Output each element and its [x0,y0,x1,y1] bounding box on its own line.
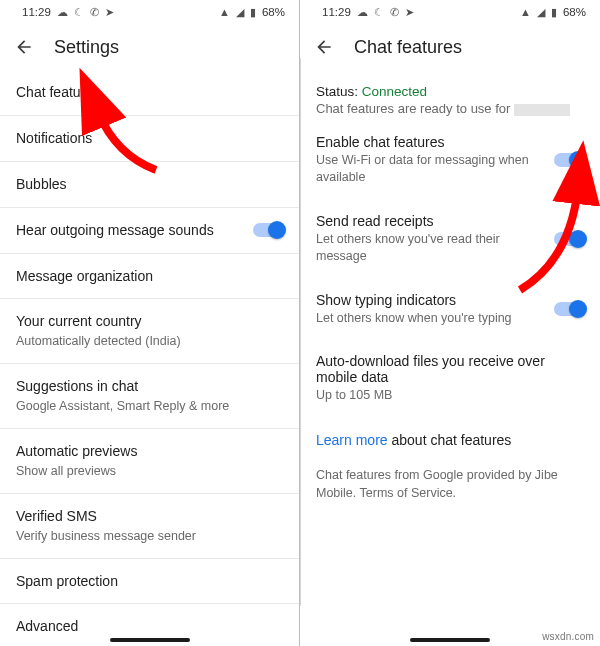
row-title: Verified SMS [16,507,196,526]
phone-icon: ✆ [390,7,399,18]
row-title: Auto-download files you receive over mob… [316,353,584,385]
row-subtitle: Use Wi-Fi or data for messaging when ava… [316,152,542,186]
row-title: Notifications [16,129,92,148]
status-label: Status: [316,84,362,99]
learn-more-suffix: about chat features [388,432,512,448]
toggle-enable-chat-features[interactable] [554,153,584,167]
redacted-number [514,104,570,116]
status-time: 11:29 [22,6,51,18]
row-title: Your current country [16,312,181,331]
row-subtitle: Up to 105 MB [316,387,584,404]
signal-icon: ◢ [537,7,545,18]
cloud-icon: ☁ [57,7,68,18]
status-bar: 11:29 ☁ ☾ ✆ ➤ ▲ ◢ ▮ 68% [0,0,299,24]
back-button[interactable] [14,37,34,57]
toggle-typing-indicators[interactable] [554,302,584,316]
toggle-outgoing-sounds[interactable] [253,223,283,237]
send-icon: ➤ [105,7,114,18]
row-title: Bubbles [16,175,67,194]
row-title: Suggestions in chat [16,377,229,396]
row-read-receipts[interactable]: Send read receipts Let others know you'v… [300,198,600,277]
row-outgoing-sounds[interactable]: Hear outgoing message sounds [0,207,299,253]
signal-icon: ◢ [236,7,244,18]
row-message-organization[interactable]: Message organization [0,253,299,299]
row-subtitle: Let others know when you're typing [316,310,512,327]
moon-icon: ☾ [74,7,84,18]
status-bar: 11:29 ☁ ☾ ✆ ➤ ▲ ◢ ▮ 68% [300,0,600,24]
row-bubbles[interactable]: Bubbles [0,161,299,207]
toggle-read-receipts[interactable] [554,232,584,246]
row-subtitle: Automatically detected (India) [16,333,181,350]
row-auto-download[interactable]: Auto-download files you receive over mob… [300,338,600,416]
row-typing-indicators[interactable]: Show typing indicators Let others know w… [300,277,600,339]
gesture-bar [0,638,299,642]
arrow-left-icon [314,37,334,57]
learn-more-row: Learn more about chat features [300,416,600,461]
row-title: Hear outgoing message sounds [16,221,214,240]
wifi-icon: ▲ [520,7,531,18]
screen-settings: 11:29 ☁ ☾ ✆ ➤ ▲ ◢ ▮ 68% Settings Chat fe… [0,0,300,646]
row-subtitle: Google Assistant, Smart Reply & more [16,398,229,415]
row-suggestions[interactable]: Suggestions in chat Google Assistant, Sm… [0,363,299,428]
cloud-icon: ☁ [357,7,368,18]
row-title: Enable chat features [316,134,542,150]
row-title: Spam protection [16,572,118,591]
battery-icon: ▮ [551,7,557,18]
screen-chat-features: 11:29 ☁ ☾ ✆ ➤ ▲ ◢ ▮ 68% Chat features St… [300,0,600,646]
row-chat-features[interactable]: Chat features [0,70,299,115]
row-enable-chat-features[interactable]: Enable chat features Use Wi-Fi or data f… [300,120,600,198]
status-time: 11:29 [322,6,351,18]
page-title: Chat features [354,37,462,58]
status-value: Connected [362,84,427,99]
row-spam-protection[interactable]: Spam protection [0,558,299,604]
row-notifications[interactable]: Notifications [0,115,299,161]
row-title: Send read receipts [316,213,542,229]
row-subtitle: Show all previews [16,463,137,480]
provider-footer: Chat features from Google provided by Ji… [300,461,600,502]
status-section: Status: Connected Chat features are read… [300,70,600,120]
battery-percent: 68% [262,6,285,18]
watermark: wsxdn.com [542,631,594,642]
row-subtitle: Verify business message sender [16,528,196,545]
row-title: Advanced [16,617,78,636]
appbar-settings: Settings [0,24,299,70]
row-title: Show typing indicators [316,292,512,308]
send-icon: ➤ [405,7,414,18]
moon-icon: ☾ [374,7,384,18]
arrow-left-icon [14,37,34,57]
battery-percent: 68% [563,6,586,18]
page-title: Settings [54,37,119,58]
status-subtext: Chat features are ready to use for [316,101,514,116]
appbar-chat-features: Chat features [300,24,600,70]
settings-list: Chat features Notifications Bubbles Hear… [0,70,299,646]
row-verified-sms[interactable]: Verified SMS Verify business message sen… [0,493,299,558]
row-automatic-previews[interactable]: Automatic previews Show all previews [0,428,299,493]
row-current-country[interactable]: Your current country Automatically detec… [0,298,299,363]
battery-icon: ▮ [250,7,256,18]
phone-icon: ✆ [90,7,99,18]
row-title: Message organization [16,267,153,286]
row-subtitle: Let others know you've read their messag… [316,231,542,265]
row-title: Automatic previews [16,442,137,461]
wifi-icon: ▲ [219,7,230,18]
learn-more-link[interactable]: Learn more [316,432,388,448]
row-title: Chat features [16,83,100,102]
back-button[interactable] [314,37,334,57]
